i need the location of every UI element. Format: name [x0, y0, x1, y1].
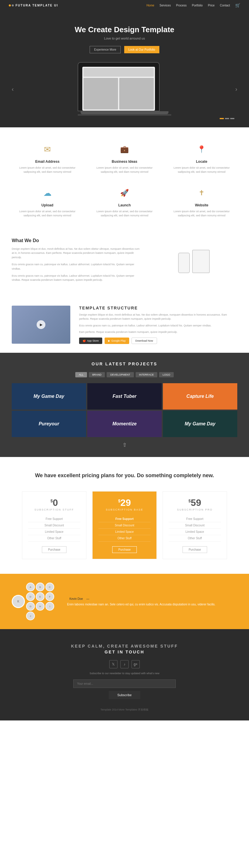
contact-label: KEEP CALM, CREATE AWESOME STUFF — [12, 644, 237, 648]
price-label-1: SUBSCRIPTION BASE — [99, 508, 150, 511]
feature-email-title: Email Address — [15, 159, 80, 164]
newsletter-text: Subscribe to our newsletter to stay upda… — [12, 672, 237, 675]
feature-website-desc: Lorem ipsum dolor sit amet, sed dui cons… — [169, 210, 234, 218]
wwd-para-2: Erzu omnis gracos nam cu, patronque vix … — [12, 262, 142, 271]
feature-item: Limited Space — [169, 529, 221, 535]
avatar-4: C — [46, 583, 54, 591]
project-capturelife[interactable]: Capture Life — [163, 383, 237, 409]
purchase-button-1[interactable]: Purchase — [112, 546, 137, 553]
tablet-device — [192, 250, 210, 273]
apple-icon: 🍎 — [83, 339, 86, 342]
nav-logo: FUTURA TEMPLATE UI — [9, 4, 58, 7]
feature-business-title: Business Ideas — [92, 159, 157, 164]
what-we-do-section: What We Do Design espitem blique et duo,… — [0, 226, 249, 297]
ts-para-1: Design espitem blique et duo, movit defi… — [79, 313, 237, 321]
laptop-body — [78, 62, 160, 111]
project-pureyour[interactable]: Pureyour — [12, 411, 86, 437]
feature-website-title: Website — [169, 203, 234, 207]
avatar-main: K — [12, 595, 25, 608]
avatar-2: A — [26, 583, 35, 591]
launch-icon — [117, 186, 132, 200]
project-mygameday-1[interactable]: My Game Day — [12, 383, 86, 409]
feature-locate: Locate Lorem ipsum dolor sit amet, sed d… — [166, 139, 237, 177]
purchase-button-2[interactable]: Purchase — [183, 546, 207, 553]
experience-more-button[interactable]: Experience More — [90, 46, 121, 53]
projects-title: OUR LATEST PROJECTS — [12, 362, 237, 366]
subscribe-button[interactable]: Subscribe — [109, 691, 141, 699]
ts-play-overlay: ▶ — [12, 306, 70, 344]
email-input[interactable] — [73, 679, 176, 688]
avatar-3: B — [36, 583, 45, 591]
appstore-label: App Store — [87, 339, 99, 342]
wwd-para-3: Erzu omnis gracos nam cu, patronque vix … — [12, 274, 142, 282]
filter-brand[interactable]: BRAND — [89, 372, 105, 377]
launch-icon-glyph — [120, 189, 129, 197]
pricing-plan-0: $0 SUBSCRIPTION STUFF Free Support Small… — [22, 491, 86, 559]
hero-dots — [6, 116, 243, 122]
music-icon[interactable]: ♪ — [120, 660, 129, 668]
ts-para-3: Eam perfecto. Reque scaevola ponderum lo… — [79, 330, 237, 334]
nav-link-contact[interactable]: Contact — [220, 4, 230, 7]
hero-next-arrow[interactable]: › — [235, 86, 237, 92]
feature-item: Small Discount — [28, 522, 80, 529]
download-button[interactable]: Download Now — [132, 338, 157, 344]
googleplus-icon[interactable]: g+ — [132, 660, 140, 668]
project-momentize[interactable]: Momentize — [87, 411, 162, 437]
project-fasttuber[interactable]: Fast Tuber — [87, 383, 162, 409]
nav-link-home[interactable]: Home — [146, 4, 155, 7]
hero-dot-3[interactable] — [230, 118, 234, 119]
avatar-6: E — [36, 592, 45, 601]
ts-buttons: 🍎 App Store ▶ Google Play Download Now — [79, 338, 237, 344]
project-mygameday-2[interactable]: My Game Day — [163, 411, 237, 437]
email-icon — [40, 142, 55, 157]
avatar-9: H — [36, 602, 45, 611]
twitter-icon[interactable]: 𝕏 — [109, 660, 117, 668]
upload-icon — [40, 186, 55, 200]
features-section: Email Address Lorem ipsum dolor sit amet… — [0, 127, 249, 226]
scroll-up-arrow[interactable]: ⇧ — [12, 442, 237, 448]
filter-logo[interactable]: LOGO — [159, 372, 174, 377]
social-icons: 𝕏 ♪ g+ — [12, 660, 237, 668]
appstore-button[interactable]: 🍎 App Store — [79, 338, 102, 344]
hero-dot-2[interactable] — [225, 118, 229, 119]
nav-link-price[interactable]: Price — [208, 4, 215, 7]
ts-para-2: Erzu omnis gracos nam cu, patronque vix … — [79, 323, 237, 328]
price-2: $59 — [169, 497, 221, 508]
nav-link-portfolio[interactable]: Portfolio — [192, 4, 203, 7]
screen-header — [83, 68, 154, 77]
avatar-7: F — [46, 592, 54, 601]
purchase-button-0[interactable]: Purchase — [42, 546, 66, 553]
testimonial-content: Kevin Doe — Enim labores molestiae nam a… — [67, 596, 237, 607]
features-grid: Email Address Lorem ipsum dolor sit amet… — [12, 139, 237, 220]
pricing-plan-1: $29 SUBSCRIPTION BASE Free Support Small… — [92, 491, 157, 559]
cart-icon[interactable]: 🛒 — [235, 3, 240, 8]
business-icon — [117, 142, 132, 157]
feature-launch-desc: Lorem ipsum dolor sit amet, sed dui cons… — [92, 210, 157, 218]
nav-links: Home Services Process Portfolio Price Co… — [146, 3, 240, 8]
portfolio-button[interactable]: Look at Our Portfolio — [124, 46, 159, 53]
price-label-2: SUBSCRIPTION PRO — [169, 508, 221, 511]
pricing-grid: $0 SUBSCRIPTION STUFF Free Support Small… — [22, 491, 227, 559]
hero-dot-1[interactable] — [220, 118, 224, 119]
laptop-screen — [82, 67, 155, 111]
email-icon-glyph — [44, 145, 51, 154]
feature-item: Small Discount — [99, 522, 150, 529]
play-button[interactable]: ▶ — [37, 320, 46, 329]
contact-section: KEEP CALM, CREATE AWESOME STUFF GET IN T… — [0, 629, 249, 720]
dot-orange — [9, 4, 11, 6]
wwd-devices — [150, 238, 237, 285]
filter-interface[interactable]: INTERFACE — [136, 372, 158, 377]
ts-title: TEMPLATE STRUCTURE — [79, 306, 237, 310]
newsletter-form: Subscribe — [73, 679, 176, 699]
filter-development[interactable]: DEVELOPMENT — [107, 372, 134, 377]
feature-item: Other Stuff — [169, 535, 221, 541]
footer-copy: Template 2014 More Templates 开发模板 — [12, 708, 237, 712]
nav-link-process[interactable]: Process — [176, 4, 187, 7]
filter-all[interactable]: ALL — [75, 372, 87, 377]
laptop-base — [81, 111, 168, 114]
googleplay-button[interactable]: ▶ Google Play — [105, 338, 129, 344]
nav-link-services[interactable]: Services — [160, 4, 171, 7]
hero-prev-arrow[interactable]: ‹ — [12, 86, 14, 92]
price-0: $0 — [28, 497, 80, 508]
website-icon — [194, 186, 209, 200]
